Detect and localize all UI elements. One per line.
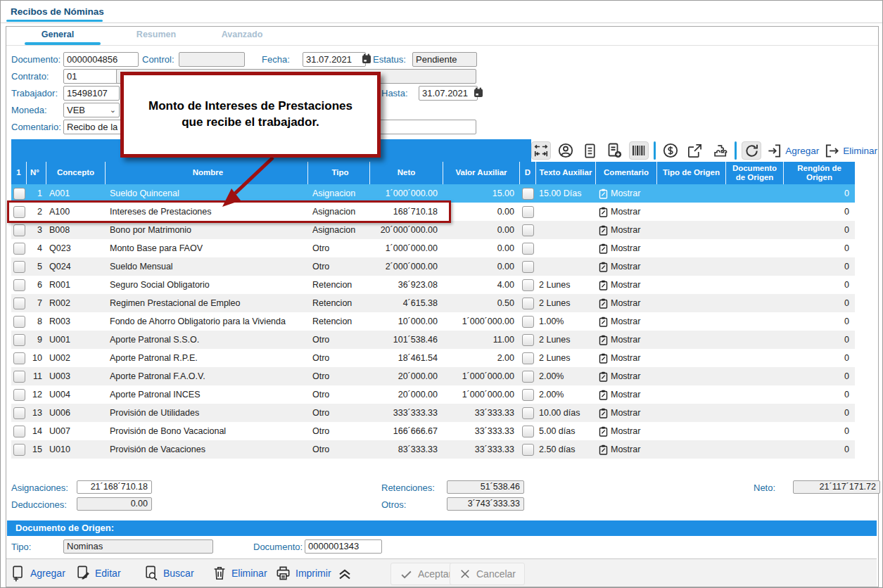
document-icon[interactable] — [580, 141, 599, 160]
hasta-calendar-icon[interactable] — [474, 87, 483, 98]
d-checkbox[interactable] — [522, 298, 534, 309]
buscar-button[interactable]: Buscar — [144, 564, 194, 582]
column-header[interactable]: Neto — [370, 162, 443, 184]
user-icon[interactable] — [556, 141, 576, 160]
row-checkbox[interactable] — [13, 426, 25, 437]
control-field[interactable] — [179, 52, 245, 67]
mostrar-link[interactable]: Mostrar — [611, 262, 640, 271]
mostrar-link[interactable]: Mostrar — [611, 353, 640, 363]
dollar-icon[interactable] — [661, 141, 680, 160]
table-row[interactable]: 6R001Seguro Social ObligatorioRetencion3… — [11, 276, 855, 294]
row-checkbox[interactable] — [13, 261, 25, 273]
table-row[interactable]: 15U010Provisión de VacacionesOtro83´333.… — [11, 440, 855, 459]
column-header[interactable]: Renglón de Origen — [784, 162, 855, 184]
table-row[interactable]: 10U002Aporte Patronal R.P.E.Otro18´461.5… — [11, 349, 855, 367]
table-row[interactable]: 3B008Bono por MatrimonioAsignacion20´000… — [11, 221, 855, 239]
row-checkbox[interactable] — [13, 316, 25, 328]
mostrar-link[interactable]: Mostrar — [611, 408, 640, 418]
column-header[interactable]: Documento de Origen — [726, 162, 784, 184]
column-header[interactable]: Texto Auxiliar — [536, 162, 596, 184]
row-checkbox[interactable] — [13, 334, 25, 346]
row-checkbox[interactable] — [13, 224, 25, 236]
table-row[interactable]: 11U003Aporte Patronal F.A.O.V.Otro20´000… — [11, 367, 855, 385]
tab-avanzado[interactable]: Avanzado — [193, 30, 291, 39]
mostrar-link[interactable]: Mostrar — [611, 335, 640, 345]
d-checkbox[interactable] — [522, 426, 534, 437]
mostrar-link[interactable]: Mostrar — [611, 225, 640, 235]
collapse-toolbar-button[interactable] — [336, 564, 354, 582]
mostrar-link[interactable]: Mostrar — [611, 390, 640, 400]
d-checkbox[interactable] — [522, 371, 534, 383]
d-checkbox[interactable] — [522, 206, 534, 218]
column-header[interactable]: Tipo — [308, 162, 370, 184]
column-header[interactable]: Tipo de Origen — [657, 162, 726, 184]
table-row[interactable]: 5Q024Sueldo MensualOtro2´000´000.000.00M… — [11, 257, 855, 276]
refresh-icon[interactable] — [742, 141, 761, 160]
agregar-button[interactable]: Agregar — [11, 564, 65, 582]
table-row[interactable]: 7R002Regimen Prestacional de EmpleoReten… — [11, 294, 855, 312]
column-header[interactable]: Concepto — [46, 162, 106, 184]
grid-agregar-button[interactable]: Agregar — [766, 143, 819, 159]
d-checkbox[interactable] — [522, 352, 534, 364]
documento-field[interactable]: 0000004856 — [63, 52, 139, 67]
d-checkbox[interactable] — [522, 407, 534, 419]
tab-resumen[interactable]: Resumen — [107, 30, 205, 39]
row-checkbox[interactable] — [13, 389, 25, 401]
mostrar-link[interactable]: Mostrar — [611, 298, 640, 308]
mostrar-link[interactable]: Mostrar — [611, 426, 640, 436]
column-header[interactable]: N° — [27, 162, 46, 184]
document-add-icon[interactable] — [604, 141, 624, 160]
d-checkbox[interactable] — [522, 334, 534, 346]
column-header[interactable]: Comentario — [596, 162, 657, 184]
tab-general[interactable]: General — [8, 30, 107, 39]
mostrar-link[interactable]: Mostrar — [611, 280, 640, 290]
column-header[interactable]: D — [520, 162, 536, 184]
row-checkbox[interactable] — [13, 352, 25, 364]
fecha-calendar-icon[interactable] — [362, 53, 371, 64]
mostrar-link[interactable]: Mostrar — [611, 207, 640, 217]
d-checkbox[interactable] — [522, 389, 534, 401]
column-header[interactable]: 1 — [11, 162, 27, 184]
table-row[interactable]: 14U007Provisión de Bono VacacionalOtro16… — [11, 422, 855, 440]
mostrar-link[interactable]: Mostrar — [611, 188, 640, 198]
row-checkbox[interactable] — [13, 407, 25, 419]
d-checkbox[interactable] — [522, 279, 534, 291]
eliminar-button[interactable]: Eliminar — [212, 564, 267, 582]
barcode-icon[interactable] — [629, 141, 649, 160]
row-checkbox[interactable] — [13, 279, 25, 291]
row-checkbox[interactable] — [13, 298, 25, 309]
editar-button[interactable]: Editar — [75, 564, 121, 582]
puzzle-icon[interactable] — [710, 141, 730, 160]
d-checkbox[interactable] — [522, 188, 534, 200]
row-checkbox[interactable] — [13, 243, 25, 255]
d-checkbox[interactable] — [522, 316, 534, 328]
expand-columns-icon[interactable] — [531, 141, 551, 160]
table-row[interactable]: 4Q023Monto Base para FAOVOtro1´000´000.0… — [11, 239, 855, 257]
mostrar-link[interactable]: Mostrar — [611, 371, 640, 381]
column-header[interactable]: Valor Auxiliar — [443, 162, 520, 184]
moneda-select[interactable]: VEB ⌄ — [63, 103, 120, 117]
origen-documento-field[interactable]: 0000001343 — [305, 539, 382, 554]
row-checkbox[interactable] — [13, 371, 25, 383]
grid-eliminar-button[interactable]: Eliminar — [824, 143, 877, 159]
mostrar-link[interactable]: Mostrar — [611, 445, 640, 454]
d-checkbox[interactable] — [522, 224, 534, 236]
trabajador-field[interactable]: 15498107 — [63, 86, 120, 101]
table-row[interactable]: 9U001Aporte Patronal S.S.O.Otro101´538.4… — [11, 331, 855, 349]
mostrar-link[interactable]: Mostrar — [611, 243, 640, 253]
fecha-field[interactable]: 31.07.2021 — [303, 52, 366, 67]
table-row[interactable]: 12U004Aporte Patronal INCESOtro20´000.00… — [11, 385, 855, 404]
external-link-icon[interactable] — [685, 141, 705, 160]
d-checkbox[interactable] — [522, 261, 534, 273]
table-row[interactable]: 8R003Fondo de Ahorro Obligatorio para la… — [11, 312, 855, 331]
d-checkbox[interactable] — [522, 444, 534, 456]
table-row[interactable]: 13U006Provisión de UtilidadesOtro333´333… — [11, 404, 855, 422]
row-checkbox[interactable] — [13, 188, 25, 200]
mostrar-link[interactable]: Mostrar — [611, 317, 640, 326]
imprimir-button[interactable]: Imprimir — [275, 564, 331, 582]
hasta-field[interactable]: 31.07.2021 — [419, 86, 478, 101]
d-checkbox[interactable] — [522, 243, 534, 255]
origen-tipo-field[interactable]: Nominas — [63, 539, 213, 554]
cancelar-button[interactable]: Cancelar — [450, 563, 525, 585]
row-checkbox[interactable] — [13, 444, 25, 456]
